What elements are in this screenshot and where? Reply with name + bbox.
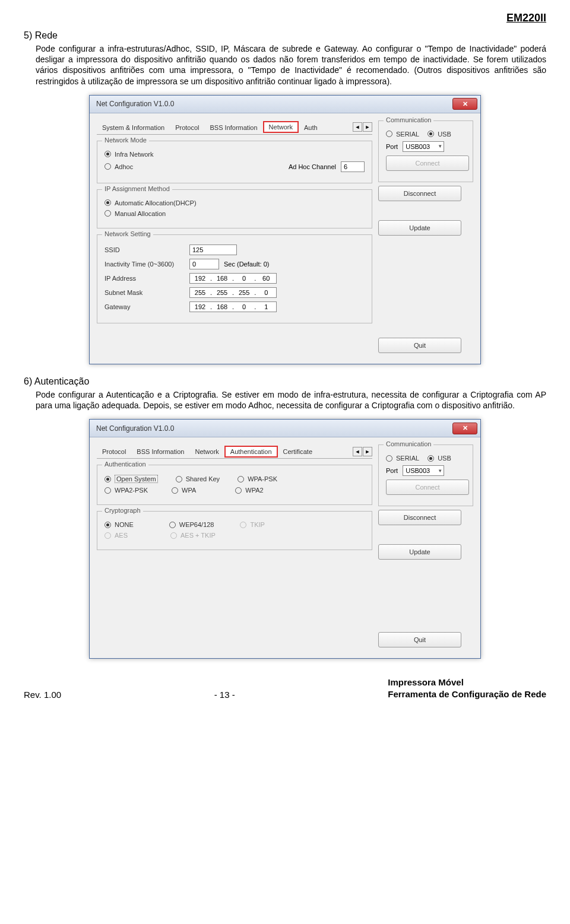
close-button[interactable]: ✕	[452, 423, 477, 434]
tab-next-icon[interactable]: ►	[363, 122, 372, 132]
page-footer: Rev. 1.00 - 13 - Impressora Móvel Ferram…	[24, 677, 546, 700]
radio-serial[interactable]: SERIAL	[386, 455, 419, 462]
tab-bss-info[interactable]: BSS Information	[205, 122, 263, 133]
group-title-comm: Communication	[384, 440, 433, 447]
group-authentication: Authentication Open System Shared Key WP…	[97, 465, 372, 505]
group-title-comm: Communication	[384, 116, 433, 123]
radio-shared-key[interactable]: Shared Key	[176, 475, 220, 482]
disconnect-button[interactable]: Disconnect	[378, 510, 461, 525]
tab-auth[interactable]: Auth	[299, 122, 323, 133]
inactivity-input[interactable]	[189, 259, 219, 269]
tab-network[interactable]: Network	[263, 121, 299, 133]
update-button[interactable]: Update	[378, 544, 461, 560]
port-select[interactable]: USB003	[403, 141, 444, 152]
gateway-input[interactable]: 192.168.0.1	[189, 301, 277, 312]
ssid-label: SSID	[104, 246, 185, 253]
tab-certificate[interactable]: Certificate	[278, 446, 318, 457]
radio-wpa2-psk[interactable]: WPA2-PSK	[104, 487, 148, 494]
tab-bar: Protocol BSS Information Network Authent…	[97, 444, 372, 459]
radio-aestkip-label: AES + TKIP	[180, 532, 216, 539]
tab-nav: ◄ ►	[352, 447, 372, 456]
group-title-netmode: Network Mode	[102, 136, 149, 144]
tab-protocol[interactable]: Protocol	[170, 122, 204, 133]
radio-dhcp[interactable]: Automatic Allocation(DHCP)	[104, 199, 197, 207]
tab-prev-icon[interactable]: ◄	[353, 122, 362, 132]
radio-wpa-psk[interactable]: WPA-PSK	[238, 475, 277, 482]
subnet-input[interactable]: 255.255.255.0	[189, 287, 277, 298]
radio-wpa[interactable]: WPA	[172, 487, 196, 494]
ip-input[interactable]: 192.168.0.60	[189, 273, 277, 284]
product-line2: Ferramenta de Configuração de Rede	[388, 688, 546, 700]
product-name: Impressora Móvel Ferramenta de Configura…	[388, 677, 546, 700]
product-line1: Impressora Móvel	[388, 677, 546, 688]
connect-button[interactable]: Connect	[386, 155, 469, 171]
tab-network[interactable]: Network	[189, 446, 224, 457]
group-communication: Communication SERIAL USB PortUSB003 Conn…	[378, 444, 473, 506]
radio-aes-label: AES	[115, 532, 128, 539]
net-config-window-network: Net Configuration V1.0.0 ✕ System & Info…	[89, 95, 481, 364]
tab-prev-icon[interactable]: ◄	[353, 447, 362, 456]
radio-infra-network[interactable]: Infra Network	[104, 151, 153, 158]
port-label: Port	[386, 143, 398, 150]
titlebar: Net Configuration V1.0.0 ✕	[90, 420, 480, 437]
radio-wep[interactable]: WEP64/128	[169, 521, 214, 528]
tab-bss-info[interactable]: BSS Information	[131, 446, 189, 457]
radio-wpa2psk-label: WPA2-PSK	[115, 487, 148, 494]
close-icon: ✕	[463, 100, 468, 108]
radio-wpa2[interactable]: WPA2	[235, 487, 263, 494]
adhoc-channel-label: Ad Hoc Channel	[289, 163, 336, 170]
group-title-ipassign: IP Assignment Method	[102, 185, 172, 192]
group-ip-assignment: IP Assignment Method Automatic Allocatio…	[97, 189, 372, 228]
radio-open-system[interactable]: Open System	[104, 475, 158, 483]
tab-next-icon[interactable]: ►	[363, 447, 372, 456]
radio-tkip-label: TKIP	[250, 521, 264, 528]
radio-serial-label: SERIAL	[396, 455, 419, 462]
radio-none[interactable]: NONE	[104, 521, 134, 528]
section-5-body: Pode configurar a infra-estruturas/Adhoc…	[36, 43, 546, 87]
radio-adhoc[interactable]: Adhoc	[104, 163, 133, 170]
radio-manual-label: Manual Allocation	[115, 210, 166, 217]
ip-label: IP Address	[104, 275, 185, 282]
tab-protocol[interactable]: Protocol	[97, 446, 131, 457]
radio-none-label: NONE	[115, 521, 134, 528]
radio-manual[interactable]: Manual Allocation	[104, 210, 166, 217]
window-title: Net Configuration V1.0.0	[93, 424, 174, 433]
inactivity-suffix: Sec (Default: 0)	[224, 261, 269, 268]
radio-serial[interactable]: SERIAL	[386, 131, 419, 138]
quit-button[interactable]: Quit	[378, 338, 461, 353]
radio-wpa-label: WPA	[182, 487, 196, 494]
radio-usb-label: USB	[438, 455, 451, 462]
group-title-auth: Authentication	[102, 461, 148, 468]
revision-label: Rev. 1.00	[24, 690, 61, 700]
subnet-label: Subnet Mask	[104, 289, 185, 296]
adhoc-channel-input[interactable]	[341, 161, 365, 172]
disconnect-button[interactable]: Disconnect	[378, 186, 461, 201]
gateway-label: Gateway	[104, 303, 185, 310]
section-5-title: 5) Rede	[24, 30, 546, 41]
radio-usb[interactable]: USB	[428, 455, 451, 462]
radio-aes-tkip: AES + TKIP	[170, 532, 216, 539]
tab-system-info[interactable]: System & Information	[97, 122, 170, 133]
update-button[interactable]: Update	[378, 220, 461, 236]
radio-open-label: Open System	[115, 475, 158, 483]
radio-usb[interactable]: USB	[428, 131, 451, 138]
tab-bar: System & Information Protocol BSS Inform…	[97, 120, 372, 135]
group-network-mode: Network Mode Infra Network Adhoc Ad Hoc …	[97, 141, 372, 183]
section-6-title: 6) Autenticação	[24, 376, 546, 387]
close-button[interactable]: ✕	[452, 98, 477, 110]
quit-button[interactable]: Quit	[378, 632, 461, 647]
connect-button[interactable]: Connect	[386, 480, 469, 495]
window-title: Net Configuration V1.0.0	[93, 100, 174, 108]
radio-dhcp-label: Automatic Allocation(DHCP)	[115, 199, 197, 207]
tab-authentication[interactable]: Authentication	[224, 446, 278, 458]
radio-aes: AES	[104, 532, 128, 539]
group-communication: Communication SERIAL USB PortUSB003 Conn…	[378, 120, 473, 182]
port-select[interactable]: USB003	[403, 465, 444, 476]
group-title-crypt: Cryptograph	[102, 507, 143, 514]
port-label: Port	[386, 467, 398, 474]
page-number: - 13 -	[214, 690, 235, 700]
radio-serial-label: SERIAL	[396, 131, 419, 138]
group-title-netset: Network Setting	[102, 230, 153, 237]
ssid-input[interactable]	[189, 245, 237, 255]
radio-wpa2-label: WPA2	[245, 487, 263, 494]
